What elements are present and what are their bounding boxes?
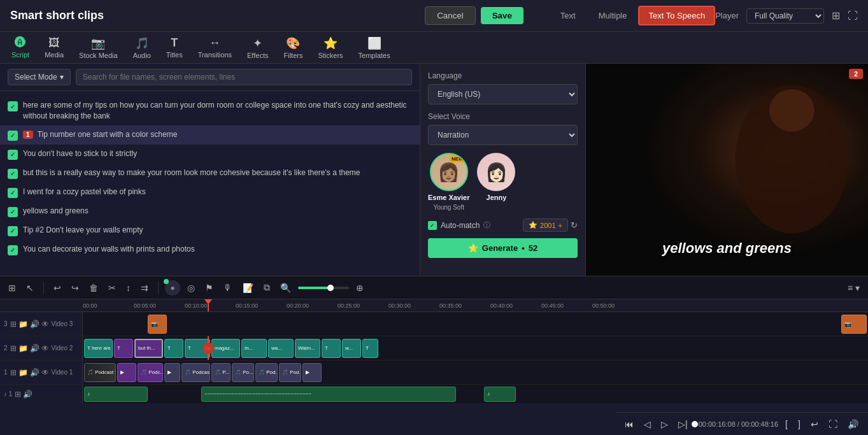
clip-video1-pod2[interactable]: 🎵 Podc... — [138, 363, 163, 382]
tab-tts[interactable]: Text To Speech — [638, 6, 715, 25]
track-eye-icon-2[interactable]: 👁 — [41, 344, 49, 353]
marker-button[interactable]: ⚑ — [202, 282, 217, 294]
clip-audio1-1[interactable]: ♪ — [84, 387, 148, 402]
save-button[interactable]: Save — [481, 7, 523, 24]
tool-stickers[interactable]: ⭐ Stickers — [311, 34, 349, 62]
timeline-select-button[interactable]: ↖ — [23, 282, 37, 294]
clip-video1-p5[interactable]: 🎵 P... — [211, 363, 231, 382]
checkbox-0[interactable]: ✓ — [8, 101, 18, 111]
fullscreen-button[interactable]: ⛶ — [848, 10, 858, 22]
language-select[interactable]: English (US) — [428, 84, 578, 104]
checkbox-7[interactable]: ✓ — [8, 245, 18, 255]
voice-category-select[interactable]: Narration — [428, 125, 578, 145]
clip-video2-t1[interactable]: T — [322, 339, 341, 358]
clip-video2-wa[interactable]: wa... — [268, 339, 294, 358]
tool-filters[interactable]: 🎨 Filters — [277, 34, 309, 62]
zoom-out-button[interactable]: 🔍 — [277, 282, 294, 294]
generate-button[interactable]: ⭐ Generate • 52 — [428, 238, 578, 258]
delete-button[interactable]: 🗑 — [86, 282, 101, 294]
clip-video2-2[interactable]: T — [114, 339, 133, 358]
add-credits-button[interactable]: + — [559, 222, 562, 229]
clip-video2-walm[interactable]: Walm... — [295, 339, 320, 358]
script-item-6[interactable]: ✓ Tip #2 Don't leave your walls empty — [0, 221, 420, 240]
track-volume-icon-3[interactable]: 🔊 — [30, 320, 39, 329]
checkbox-6[interactable]: ✓ — [8, 226, 18, 236]
frame-back-button[interactable]: ◁ — [641, 418, 654, 431]
fullscreen-player-button[interactable]: ⛶ — [825, 418, 841, 431]
wrap-button[interactable]: ↕ — [123, 282, 134, 294]
play-button[interactable]: ▷ — [658, 418, 671, 431]
timeline-menu-button[interactable]: ≡ ▾ — [844, 282, 863, 294]
script-item-3[interactable]: ✓ but this is a really easy way to make … — [0, 164, 420, 183]
checkbox-5[interactable]: ✓ — [8, 207, 18, 217]
track-add-icon-3[interactable]: ⊞ — [10, 320, 17, 329]
zoom-in-button[interactable]: ⊕ — [353, 282, 367, 294]
clip-video2-w[interactable]: w... — [342, 339, 361, 358]
tab-multiple[interactable]: Multiple — [587, 6, 639, 25]
clip-audio1-3[interactable]: ♪ — [484, 387, 516, 402]
script-search-input[interactable] — [76, 69, 412, 85]
clip-video2-magaz[interactable]: magaz... — [211, 339, 240, 358]
undo-button[interactable]: ↩ — [50, 282, 64, 294]
timeline-grid-button[interactable]: ⊞ — [5, 282, 19, 294]
clip-audio1-2[interactable]: ~~~~~~~~~~~~~~~~~~~~~~~~~~~~~~~~~~~~ — [201, 387, 456, 402]
quality-select[interactable]: Full Quality Preview Quality — [746, 8, 824, 24]
snap-button[interactable]: ◎ — [184, 282, 198, 294]
track-volume-icon-2[interactable]: 🔊 — [30, 344, 39, 353]
microphone-button[interactable]: 🎙 — [220, 282, 236, 294]
tool-templates[interactable]: ⬜ Templates — [352, 34, 397, 62]
auto-match-checkbox[interactable]: ✓ — [428, 221, 437, 230]
tool-stock-media[interactable]: 📷 Stock Media — [73, 34, 124, 62]
tool-media[interactable]: 🖼 Media — [38, 34, 70, 61]
script-item-2[interactable]: ✓ You don't have to stick to it strictly — [0, 145, 420, 164]
insert-button[interactable]: ↩ — [808, 418, 822, 431]
tool-transitions[interactable]: ↔ Transitions — [192, 34, 238, 61]
track-folder-icon-1[interactable]: 📁 — [18, 368, 28, 377]
clip-video2-in[interactable]: In... — [241, 339, 267, 358]
clip-video1-p2[interactable]: ▶ — [117, 363, 136, 382]
redo-button[interactable]: ↪ — [68, 282, 82, 294]
clip-video1-p6[interactable]: 🎵 Po... — [232, 363, 254, 382]
clip-video2-3[interactable]: but th... — [134, 339, 163, 358]
expand-button[interactable]: ⇉ — [138, 282, 152, 294]
checkbox-4[interactable]: ✓ — [8, 188, 18, 198]
clip-video1-p8[interactable]: 🎵 Pod... — [279, 363, 301, 382]
cancel-button[interactable]: Cancel — [425, 6, 476, 25]
in-point-button[interactable]: [ — [782, 418, 791, 431]
clip-video1-t[interactable]: ▶ — [164, 363, 180, 382]
caption-button[interactable]: 📝 — [239, 282, 257, 294]
settings-button[interactable]: ⚙ — [865, 418, 868, 431]
voice-card-esme[interactable]: 👩🏽 NEW Esme Xavier Young Soft — [428, 153, 469, 211]
frame-forward-button[interactable]: ▷| — [675, 418, 691, 431]
select-mode-button[interactable]: Select Mode ▾ — [8, 69, 71, 85]
out-point-button[interactable]: ] — [795, 418, 804, 431]
script-item-5[interactable]: ✓ yellows and greens — [0, 202, 420, 221]
tool-audio[interactable]: 🎵 Audio — [127, 34, 157, 62]
layer-button[interactable]: ⧉ — [260, 281, 273, 294]
script-item-7[interactable]: ✓ You can decorate your walls with print… — [0, 240, 420, 259]
clip-video1-p7[interactable]: 🎵 Pod... — [255, 363, 278, 382]
refresh-icon[interactable]: ↻ — [571, 220, 578, 230]
checkbox-3[interactable]: ✓ — [8, 169, 18, 179]
skip-back-button[interactable]: ⏮ — [622, 418, 637, 431]
track-folder-icon-2[interactable]: 📁 — [18, 344, 28, 353]
track-add-icon-1[interactable]: ⊞ — [10, 368, 17, 377]
track-add-icon-a1[interactable]: ⊞ — [15, 390, 21, 399]
clip-video3-2[interactable]: 📷 — [841, 315, 867, 334]
checkbox-2[interactable]: ✓ — [8, 150, 18, 160]
clip-video2-last[interactable]: T — [362, 339, 378, 358]
track-eye-icon-1[interactable]: 👁 — [41, 368, 49, 377]
clip-video1-p9[interactable]: ▶ — [302, 363, 322, 382]
voice-card-jenny[interactable]: 👩🏻 Jenny — [477, 153, 515, 211]
checkbox-1[interactable]: ✓ — [8, 131, 18, 141]
tool-titles[interactable]: T Titles — [160, 34, 189, 61]
tool-script[interactable]: 🅐 Script — [5, 34, 36, 61]
volume-button[interactable]: 🔊 — [844, 418, 862, 431]
clip-video1-pod3[interactable]: 🎵 Podcast... — [181, 363, 210, 382]
track-volume-icon-1[interactable]: 🔊 — [30, 368, 39, 377]
clip-video1-podcast1[interactable]: 🎵 Podcast Vi... — [84, 363, 116, 382]
cut-button[interactable]: ✂ — [105, 282, 119, 294]
tool-effects[interactable]: ✦ Effects — [241, 34, 274, 62]
script-item-1[interactable]: ✓ 1 Tip number one start with a color sc… — [0, 125, 420, 145]
clip-video2-4[interactable]: T — [164, 339, 183, 358]
